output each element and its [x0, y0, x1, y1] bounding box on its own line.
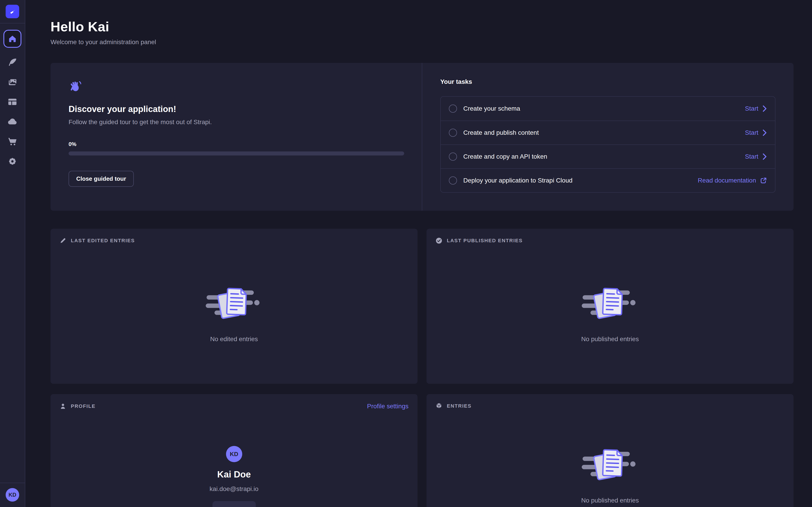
layout-icon: [7, 97, 18, 107]
task-start-link[interactable]: Start: [745, 105, 767, 112]
task-label: Create your schema: [463, 105, 520, 112]
sidebar-user-container: KD: [0, 483, 25, 507]
sidebar: KD: [0, 0, 25, 507]
task-action-label: Read documentation: [698, 177, 756, 184]
documents-illustration: [582, 285, 639, 323]
empty-state-caption: No published entries: [581, 336, 639, 343]
task-status-circle-icon: [449, 153, 457, 161]
sidebar-item-media-library[interactable]: [7, 76, 18, 88]
chevron-right-icon: [762, 154, 767, 160]
logo-container: [0, 0, 25, 23]
progress-percent-label: 0%: [68, 141, 404, 147]
read-documentation-link[interactable]: Read documentation: [698, 177, 767, 184]
strapi-admin-dashboard: KD Hello Kai Welcome to your administrat…: [0, 0, 812, 507]
feather-icon: [7, 57, 18, 68]
close-guided-tour-button[interactable]: Close guided tour: [68, 171, 134, 187]
profile-email: kai.doe@strapi.io: [209, 485, 258, 493]
pencil-icon: [59, 237, 66, 244]
widget-title: ENTRIES: [447, 403, 471, 409]
sidebar-item-home[interactable]: [3, 30, 21, 48]
sidebar-item-content-type-builder[interactable]: [7, 97, 18, 107]
widget-title: PROFILE: [71, 403, 95, 409]
main-content: Hello Kai Welcome to your administration…: [25, 0, 812, 507]
sidebar-item-settings[interactable]: [7, 156, 18, 167]
profile-avatar: KD: [226, 446, 242, 462]
task-label: Create and publish content: [463, 129, 539, 136]
task-list: Create your schema Start Create and: [440, 96, 775, 193]
sidebar-user-avatar[interactable]: KD: [6, 488, 19, 502]
tasks-panel: Your tasks Create your schema Start: [422, 63, 794, 211]
tasks-title: Your tasks: [440, 78, 775, 86]
task-row-deploy-cloud[interactable]: Deploy your application to Strapi Cloud …: [441, 168, 775, 192]
task-action-label: Start: [745, 129, 758, 136]
widget-title: LAST EDITED ENTRIES: [71, 238, 135, 243]
guided-tour-intro: Discover your application! Follow the gu…: [51, 63, 422, 211]
guided-tour-card: Discover your application! Follow the gu…: [51, 63, 794, 211]
task-status-circle-icon: [449, 176, 457, 184]
profile-settings-link[interactable]: Profile settings: [367, 403, 408, 410]
external-link-icon: [760, 177, 767, 184]
widget-title: LAST PUBLISHED ENTRIES: [447, 238, 523, 243]
entries-card: ENTRIES No published entries: [426, 394, 794, 507]
task-start-link[interactable]: Start: [745, 153, 767, 160]
guided-tour-heading: Discover your application!: [68, 104, 404, 114]
chevron-right-icon: [762, 129, 767, 136]
wave-icon: [68, 80, 404, 94]
page-subtitle: Welcome to your administration panel: [51, 39, 794, 46]
sidebar-item-deploy[interactable]: [7, 116, 18, 127]
task-start-link[interactable]: Start: [745, 129, 767, 136]
task-status-circle-icon: [449, 105, 457, 113]
last-published-entries-card: LAST PUBLISHED ENTRIES No published entr…: [426, 229, 794, 384]
task-row-create-schema[interactable]: Create your schema Start: [441, 97, 775, 121]
cloud-icon: [7, 116, 18, 127]
check-circle-icon: [436, 237, 442, 244]
sidebar-nav: [3, 30, 21, 167]
images-icon: [7, 76, 18, 88]
task-label: Create and copy an API token: [463, 153, 547, 160]
cube-icon: [436, 403, 442, 409]
entries-widgets-row: LAST EDITED ENTRIES No edited entries: [51, 229, 794, 384]
documents-illustration: [206, 285, 262, 323]
documents-illustration: [582, 446, 639, 484]
sidebar-item-marketplace[interactable]: [7, 136, 18, 147]
chevron-right-icon: [762, 105, 767, 112]
empty-state-caption: No edited entries: [210, 336, 258, 343]
task-action-label: Start: [745, 153, 758, 160]
task-label: Deploy your application to Strapi Cloud: [463, 177, 572, 184]
profile-name: Kai Doe: [217, 469, 251, 480]
task-row-publish-content[interactable]: Create and publish content Start: [441, 121, 775, 145]
page-title: Hello Kai: [51, 19, 794, 35]
profile-entries-row: PROFILE Profile settings KD Kai Doe kai.…: [51, 394, 794, 507]
guided-tour-description: Follow the guided tour to get the most o…: [68, 118, 404, 126]
task-status-circle-icon: [449, 129, 457, 137]
task-action-label: Start: [745, 105, 758, 112]
cart-icon: [7, 136, 18, 147]
empty-state-caption: No published entries: [581, 497, 639, 504]
last-edited-entries-card: LAST EDITED ENTRIES No edited entries: [51, 229, 417, 384]
task-row-api-token[interactable]: Create and copy an API token Start: [441, 145, 775, 168]
user-icon: [59, 403, 66, 410]
strapi-logo-icon: [6, 5, 19, 18]
gear-icon: [7, 156, 18, 167]
sidebar-item-content-manager[interactable]: [7, 57, 18, 68]
profile-card: PROFILE Profile settings KD Kai Doe kai.…: [51, 394, 417, 507]
progress-bar: [68, 152, 404, 156]
profile-role-badge: [212, 501, 256, 507]
home-icon: [7, 34, 17, 44]
